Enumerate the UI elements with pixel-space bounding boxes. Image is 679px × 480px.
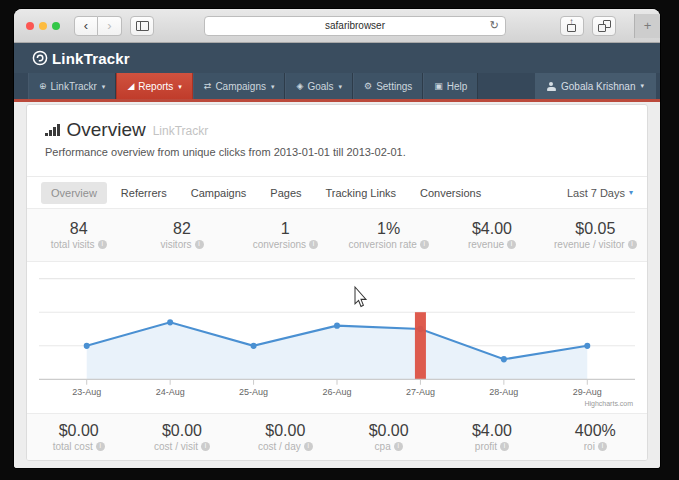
nav-item-help[interactable]: ▣Help <box>423 73 478 99</box>
forward-button[interactable]: › <box>98 16 122 36</box>
chevron-down-icon: ▾ <box>102 83 106 90</box>
x-axis-label: 29-Aug <box>573 387 602 397</box>
info-icon[interactable]: i <box>201 442 210 451</box>
back-button[interactable]: ‹ <box>74 16 98 36</box>
data-point-24-Aug <box>167 319 173 325</box>
series-area <box>87 322 588 379</box>
show-tabs-button[interactable] <box>592 16 616 36</box>
minimize-window-button[interactable] <box>39 22 47 30</box>
info-icon[interactable]: i <box>394 442 403 451</box>
info-icon[interactable]: i <box>98 240 107 249</box>
stat-revenue: $4.00revenuei <box>440 209 543 261</box>
wrench-icon: ⚙ <box>364 82 372 91</box>
nav-items: ⊕LinkTrackr▾◢Reports▾⇄Campaigns▾◈Goals▾⚙… <box>28 73 478 99</box>
stat-value: 1 <box>281 221 290 237</box>
shuffle-icon: ⇄ <box>204 82 212 91</box>
chart-icon: ◢ <box>127 82 134 91</box>
info-icon[interactable]: i <box>420 240 429 249</box>
stat-label: cpai <box>375 442 403 452</box>
highlight-bar <box>415 312 426 379</box>
nav-item-reports[interactable]: ◢Reports▾ <box>116 73 192 99</box>
data-point-29-Aug <box>584 343 590 349</box>
stat-value: 82 <box>173 221 191 237</box>
date-range-selector[interactable]: Last 7 Days ▾ <box>567 187 633 199</box>
user-menu[interactable]: Gobala Krishnan ▾ <box>535 73 656 99</box>
data-point-25-Aug <box>251 343 257 349</box>
tab-conversions[interactable]: Conversions <box>410 182 491 204</box>
stat-label: total costi <box>53 442 105 452</box>
nav-item-label: Help <box>447 81 468 92</box>
info-icon[interactable]: i <box>628 240 637 249</box>
info-icon[interactable]: i <box>96 442 105 451</box>
new-tab-button[interactable]: + <box>634 14 660 38</box>
stat-total-visits: 84total visitsi <box>27 209 130 261</box>
stat-value: $4.00 <box>472 423 512 439</box>
nav-item-label: Reports <box>138 81 173 92</box>
stat-cpa: $0.00cpai <box>337 414 440 460</box>
tabs-overview-icon <box>598 20 611 32</box>
close-window-button[interactable] <box>26 22 34 30</box>
page-subtitle: Performance overview from unique clicks … <box>45 146 629 158</box>
info-icon[interactable]: i <box>309 240 318 249</box>
tab-pages[interactable]: Pages <box>260 182 311 204</box>
info-icon[interactable]: i <box>304 442 313 451</box>
tab-tracking-links[interactable]: Tracking Links <box>316 182 407 204</box>
logo-text: LinkTrackr <box>52 50 130 67</box>
stat-label: cost / dayi <box>258 442 313 452</box>
tab-referrers[interactable]: Referrers <box>111 182 177 204</box>
nav-item-campaigns[interactable]: ⇄Campaigns▾ <box>193 73 286 99</box>
info-icon[interactable]: i <box>500 442 509 451</box>
target-icon: ◈ <box>296 82 303 91</box>
bottom-stats-row: $0.00total costi$0.00cost / visiti$0.00c… <box>27 413 647 460</box>
clicks-chart[interactable]: 23-Aug24-Aug25-Aug26-Aug27-Aug28-Aug29-A… <box>27 262 647 413</box>
back-icon: ‹ <box>84 18 88 33</box>
user-name: Gobala Krishnan <box>561 81 636 92</box>
stat-label: visitorsi <box>160 240 203 250</box>
report-toolbar: OverviewReferrersCampaignsPagesTracking … <box>27 176 647 208</box>
share-button[interactable]: ↑ <box>560 16 584 36</box>
nav-item-linktrackr[interactable]: ⊕LinkTrackr▾ <box>28 73 116 99</box>
stat-total-cost: $0.00total costi <box>27 414 130 460</box>
report-card: Overview LinkTrackr Performance overview… <box>26 104 648 461</box>
linktrackr-logo[interactable]: LinkTrackr <box>32 50 130 67</box>
bar-chart-icon <box>45 124 60 139</box>
address-bar[interactable]: safaribrowser ↻ <box>204 16 506 36</box>
stat-label: conversionsi <box>253 240 318 250</box>
report-header: Overview LinkTrackr Performance overview… <box>27 105 647 176</box>
user-icon <box>547 82 556 91</box>
chevron-down-icon: ▾ <box>271 83 275 90</box>
stat-value: 1% <box>377 221 400 237</box>
info-icon[interactable]: i <box>598 442 607 451</box>
stat-roi: 400%roii <box>544 414 647 460</box>
stat-value: $0.00 <box>59 423 99 439</box>
sidebar-icon <box>136 21 149 31</box>
info-icon[interactable]: i <box>195 240 204 249</box>
x-axis-label: 27-Aug <box>406 387 435 397</box>
stat-cost-visit: $0.00cost / visiti <box>130 414 233 460</box>
nav-spacer <box>478 73 535 99</box>
reload-icon[interactable]: ↻ <box>490 20 499 31</box>
nav-item-settings[interactable]: ⚙Settings <box>353 73 423 99</box>
stat-value: $4.00 <box>472 221 512 237</box>
info-icon[interactable]: i <box>507 240 516 249</box>
stat-revenue-visitor: $0.05revenue / visitori <box>544 209 647 261</box>
stat-value: 400% <box>575 423 616 439</box>
zoom-window-button[interactable] <box>52 22 60 30</box>
x-axis-label: 28-Aug <box>489 387 518 397</box>
stat-conversion-rate: 1%conversion ratei <box>337 209 440 261</box>
stat-value: $0.00 <box>369 423 409 439</box>
nav-item-goals[interactable]: ◈Goals▾ <box>285 73 353 99</box>
date-range-label: Last 7 Days <box>567 187 625 199</box>
page-background: Overview LinkTrackr Performance overview… <box>14 102 660 468</box>
report-tabs: OverviewReferrersCampaignsPagesTracking … <box>41 182 491 204</box>
data-point-28-Aug <box>501 356 507 362</box>
stat-label: profiti <box>475 442 509 452</box>
data-point-26-Aug <box>334 322 340 328</box>
tab-overview[interactable]: Overview <box>41 182 107 204</box>
chevron-down-icon: ▾ <box>640 82 644 90</box>
x-axis-label: 24-Aug <box>156 387 185 397</box>
main-nav: ⊕LinkTrackr▾◢Reports▾⇄Campaigns▾◈Goals▾⚙… <box>14 73 660 99</box>
stat-visitors: 82visitorsi <box>130 209 233 261</box>
sidebar-toggle-button[interactable] <box>130 16 154 36</box>
tab-campaigns[interactable]: Campaigns <box>181 182 257 204</box>
